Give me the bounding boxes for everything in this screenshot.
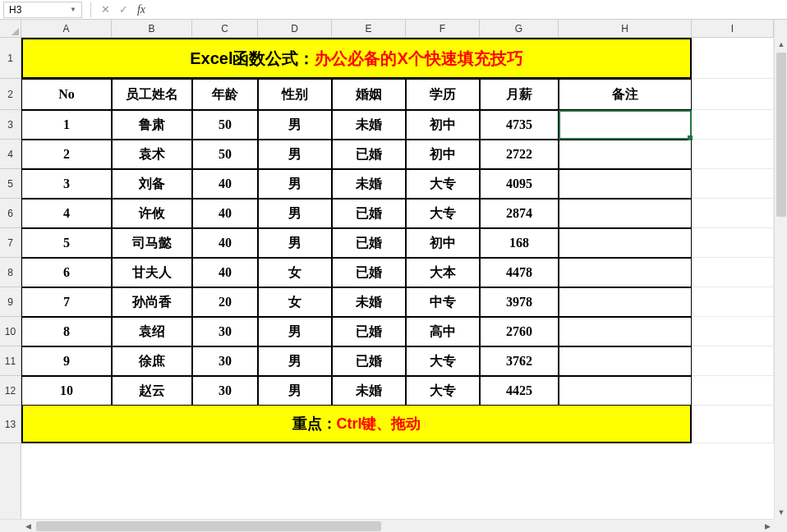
cell-marital[interactable]: 未婚 — [332, 169, 406, 199]
cell-gender[interactable]: 男 — [258, 140, 332, 169]
cell-gender[interactable]: 女 — [258, 287, 332, 317]
row-header-13[interactable]: 13 — [0, 406, 21, 443]
cell-edu[interactable]: 大专 — [406, 199, 480, 228]
cell-I1[interactable] — [692, 38, 774, 79]
row-header-10[interactable]: 10 — [0, 317, 21, 346]
row-header-9[interactable]: 9 — [0, 287, 21, 317]
cell-gender[interactable]: 男 — [258, 110, 332, 140]
cell-gender[interactable]: 男 — [258, 199, 332, 228]
col-header-B[interactable]: B — [112, 20, 192, 37]
cell-gender[interactable]: 男 — [258, 169, 332, 199]
cell-name[interactable]: 刘备 — [112, 169, 192, 199]
cell-salary[interactable]: 2874 — [480, 199, 559, 228]
check-icon[interactable]: ✓ — [114, 1, 132, 19]
cell-edu[interactable]: 大专 — [406, 169, 480, 199]
col-header-I[interactable]: I — [692, 20, 774, 37]
cell-remark[interactable] — [559, 317, 692, 346]
cell-remark[interactable] — [559, 287, 692, 317]
cell-name[interactable]: 司马懿 — [112, 228, 192, 258]
cell-remark[interactable] — [559, 346, 692, 376]
cell-marital[interactable]: 已婚 — [332, 317, 406, 346]
cell-age[interactable]: 30 — [192, 376, 258, 406]
row-header-6[interactable]: 6 — [0, 199, 21, 228]
cell-gender[interactable]: 男 — [258, 317, 332, 346]
cell-no[interactable]: 4 — [21, 199, 112, 228]
cell-I2[interactable] — [692, 79, 774, 110]
cell-marital[interactable]: 未婚 — [332, 376, 406, 406]
cell-marital[interactable]: 已婚 — [332, 228, 406, 258]
col-header-A[interactable]: A — [21, 20, 112, 37]
col-header-F[interactable]: F — [406, 20, 480, 37]
col-header-C[interactable]: C — [192, 20, 258, 37]
cell-empty[interactable] — [692, 376, 774, 406]
cell-salary[interactable]: 168 — [480, 228, 559, 258]
row-header-3[interactable]: 3 — [0, 110, 21, 140]
cell-salary[interactable]: 2760 — [480, 317, 559, 346]
cell-age[interactable]: 50 — [192, 140, 258, 169]
cell-remark[interactable] — [559, 199, 692, 228]
cell-name[interactable]: 袁术 — [112, 140, 192, 169]
cell-name[interactable]: 甘夫人 — [112, 258, 192, 287]
cell-name[interactable]: 赵云 — [112, 376, 192, 406]
cell-empty[interactable] — [692, 169, 774, 199]
cell-edu[interactable]: 中专 — [406, 287, 480, 317]
title-cell[interactable]: Excel函数公式：办公必备的X个快速填充技巧 — [21, 38, 692, 79]
cell-gender[interactable]: 男 — [258, 346, 332, 376]
cell-empty[interactable] — [692, 199, 774, 228]
header-gender[interactable]: 性别 — [258, 79, 332, 110]
scroll-up-icon[interactable]: ▲ — [775, 38, 787, 51]
cells-grid[interactable]: Excel函数公式：办公必备的X个快速填充技巧 No 员工姓名 年龄 性别 婚姻… — [21, 38, 774, 519]
scroll-thumb-horizontal[interactable] — [36, 521, 381, 531]
cell-age[interactable]: 30 — [192, 317, 258, 346]
cell-salary[interactable]: 4735 — [480, 110, 559, 140]
header-marital[interactable]: 婚姻 — [332, 79, 406, 110]
cell-empty[interactable] — [692, 317, 774, 346]
cell-name[interactable]: 许攸 — [112, 199, 192, 228]
cell-no[interactable]: 3 — [21, 169, 112, 199]
cell-no[interactable]: 5 — [21, 228, 112, 258]
cell-marital[interactable]: 已婚 — [332, 140, 406, 169]
cell-salary[interactable]: 2722 — [480, 140, 559, 169]
cell-edu[interactable]: 大本 — [406, 258, 480, 287]
cell-no[interactable]: 8 — [21, 317, 112, 346]
header-edu[interactable]: 学历 — [406, 79, 480, 110]
col-header-E[interactable]: E — [332, 20, 406, 37]
cell-marital[interactable]: 已婚 — [332, 199, 406, 228]
cell-gender[interactable]: 女 — [258, 258, 332, 287]
row-header-4[interactable]: 4 — [0, 140, 21, 169]
row-header-11[interactable]: 11 — [0, 346, 21, 376]
cell-age[interactable]: 40 — [192, 199, 258, 228]
cell-marital[interactable]: 已婚 — [332, 346, 406, 376]
cell-edu[interactable]: 大专 — [406, 376, 480, 406]
name-box[interactable]: H3 ▼ — [3, 2, 82, 18]
cell-marital[interactable]: 未婚 — [332, 287, 406, 317]
cancel-icon[interactable]: ✕ — [96, 1, 114, 19]
formula-input[interactable] — [150, 2, 787, 18]
header-remark[interactable]: 备注 — [559, 79, 692, 110]
cell-age[interactable]: 40 — [192, 228, 258, 258]
cell-no[interactable]: 7 — [21, 287, 112, 317]
vertical-scrollbar[interactable]: ▲ ▼ — [774, 20, 787, 519]
cell-salary[interactable]: 3762 — [480, 346, 559, 376]
row-header-2[interactable]: 2 — [0, 79, 21, 110]
horizontal-scrollbar[interactable]: ◀ ▶ — [0, 519, 774, 532]
cell-edu[interactable]: 高中 — [406, 317, 480, 346]
cell-empty[interactable] — [692, 287, 774, 317]
cell-no[interactable]: 10 — [21, 376, 112, 406]
cell-edu[interactable]: 初中 — [406, 228, 480, 258]
cell-remark[interactable] — [559, 376, 692, 406]
col-header-H[interactable]: H — [559, 20, 692, 37]
row-header-8[interactable]: 8 — [0, 258, 21, 287]
scroll-down-icon[interactable]: ▼ — [775, 506, 787, 519]
cell-remark[interactable] — [559, 140, 692, 169]
cell-empty[interactable] — [692, 110, 774, 140]
cell-marital[interactable]: 未婚 — [332, 110, 406, 140]
cell-no[interactable]: 9 — [21, 346, 112, 376]
footer-cell[interactable]: 重点：Ctrl键、拖动 — [21, 406, 692, 443]
col-header-G[interactable]: G — [480, 20, 559, 37]
cell-remark[interactable] — [559, 258, 692, 287]
cell-empty[interactable] — [692, 346, 774, 376]
cell-empty[interactable] — [692, 228, 774, 258]
scroll-right-icon[interactable]: ▶ — [761, 520, 774, 532]
fx-icon[interactable]: fx — [132, 1, 150, 19]
